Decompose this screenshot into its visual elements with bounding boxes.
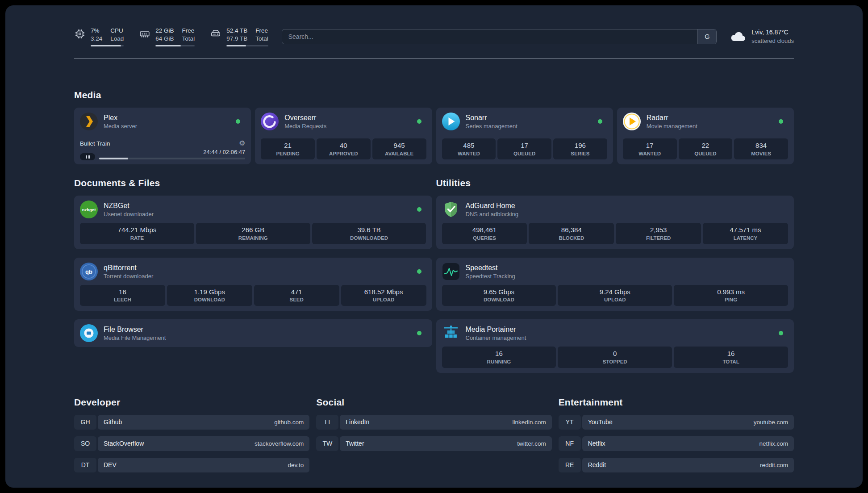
- cloud-icon: [730, 30, 746, 44]
- pause-button[interactable]: [80, 153, 95, 160]
- weather-condition: scattered clouds: [751, 37, 794, 45]
- service-card-qbittorrent[interactable]: qb qBittorrent Torrent downloader 16 LEE…: [74, 258, 432, 311]
- search-input[interactable]: [282, 29, 698, 44]
- section-documents: Documents & Files nzbget NZBGet U: [74, 178, 432, 347]
- stat-stopped: 0 STOPPED: [558, 347, 672, 368]
- stat-download: 1.19 Gbps DOWNLOAD: [167, 285, 252, 306]
- service-card-radarr[interactable]: Radarr Movie management 17 WANTED 22 QUE…: [617, 108, 794, 164]
- service-card-nzbget[interactable]: nzbget NZBGet Usenet downloader 744.21 M…: [74, 196, 432, 249]
- weather-widget: Lviv, 16.87°C scattered clouds: [730, 28, 794, 45]
- stat-value: 22: [680, 141, 731, 150]
- stat-queued: 17 QUEUED: [497, 138, 551, 159]
- service-name: Overseerr: [284, 113, 411, 122]
- stat-upload: 9.24 Gbps UPLOAD: [558, 285, 672, 306]
- stat-value: 618.52 Mbps: [342, 288, 425, 297]
- card-titles: AdGuard Home DNS and adblocking: [466, 201, 789, 218]
- adguard-icon: [442, 201, 460, 218]
- bookmark-body: LinkedIn linkedin.com: [340, 415, 551, 430]
- memory-stats: 22 GiB 64 GiB Free Total: [155, 27, 195, 46]
- bookmark-abbr: YT: [559, 415, 581, 430]
- service-card-plex[interactable]: Plex Media server Bullet Train ⚙ 24:44 /…: [74, 108, 251, 164]
- gear-icon[interactable]: ⚙: [239, 140, 245, 147]
- search-provider-button[interactable]: G: [697, 29, 716, 44]
- bookmark-rows: LI LinkedIn linkedin.com TW Twitter twit…: [316, 415, 551, 451]
- section-heading-media: Media: [74, 90, 794, 100]
- disk-icon: [210, 28, 221, 40]
- now-playing-title: Bullet Train: [80, 140, 110, 147]
- stat-label: UPLOAD: [559, 297, 671, 303]
- stat-label: BLOCKED: [530, 235, 613, 242]
- service-card-filebrowser[interactable]: File Browser Media File Management: [74, 319, 432, 347]
- bookmark-group-entertainment: Entertainment YT YouTube youtube.com NF …: [559, 397, 794, 479]
- stats-row: 744.21 Mbps RATE 266 GB REMAINING 39.6 T…: [80, 218, 426, 244]
- bookmark-stackoverflow[interactable]: SO StackOverflow stackoverflow.com: [74, 436, 309, 451]
- cpu-load-value: 3.24: [91, 35, 102, 43]
- service-card-overseerr[interactable]: Overseerr Media Requests 21 PENDING 40 A…: [255, 108, 432, 164]
- stat-label: PENDING: [262, 150, 313, 157]
- stat-ping: 0.993 ms PING: [674, 285, 788, 306]
- nzbget-icon: nzbget: [80, 201, 98, 218]
- stat-seed: 471 SEED: [254, 285, 339, 306]
- stat-filtered: 2,953 FILTERED: [616, 223, 701, 244]
- stat-queued: 22 QUEUED: [679, 138, 733, 159]
- stat-value: 834: [735, 141, 787, 150]
- card-titles: Speedtest Speedtest Tracking: [466, 263, 789, 280]
- card-titles: Overseerr Media Requests: [284, 113, 411, 130]
- bookmark-domain: linkedin.com: [513, 419, 546, 426]
- stat-blocked: 86,384 BLOCKED: [529, 223, 614, 244]
- stat-label: AVAILABLE: [374, 150, 425, 157]
- service-description: Media File Management: [104, 334, 411, 342]
- bookmark-github[interactable]: GH Github github.com: [74, 415, 309, 430]
- bookmark-abbr: SO: [74, 436, 96, 451]
- memory-total-value: 64 GiB: [155, 35, 174, 43]
- stat-leech: 16 LEECH: [80, 285, 165, 306]
- cpu-icon: [74, 28, 86, 40]
- service-description: Torrent downloader: [104, 272, 411, 280]
- stat-remaining: 266 GB REMAINING: [196, 223, 310, 244]
- documents-cards: nzbget NZBGet Usenet downloader 744.21 M…: [74, 196, 432, 347]
- search-bar: G: [282, 29, 717, 44]
- media-grid: Plex Media server Bullet Train ⚙ 24:44 /…: [74, 108, 794, 164]
- stat-available: 945 AVAILABLE: [372, 138, 426, 159]
- service-name: Radarr: [647, 113, 773, 122]
- card-titles: Sonarr Series management: [466, 113, 592, 130]
- status-dot: [417, 331, 421, 335]
- service-name: Speedtest: [466, 263, 789, 272]
- bookmark-group-developer: Developer GH Github github.com SO StackO…: [74, 397, 309, 479]
- service-card-speedtest[interactable]: Speedtest Speedtest Tracking 9.65 Gbps D…: [436, 258, 794, 311]
- stat-label: DOWNLOAD: [168, 297, 251, 303]
- bookmark-body: Netflix netflix.com: [582, 436, 794, 451]
- memory-total-label: Total: [182, 35, 195, 43]
- svg-text:nzbget: nzbget: [82, 207, 96, 212]
- qbittorrent-icon: qb: [80, 263, 98, 280]
- card-titles: NZBGet Usenet downloader: [104, 201, 411, 218]
- bookmark-dev[interactable]: DT DEV dev.to: [74, 458, 309, 472]
- service-name: Plex: [104, 113, 230, 122]
- playback-progress-track[interactable]: [99, 158, 245, 159]
- service-card-sonarr[interactable]: Sonarr Series management 485 WANTED 17 Q…: [436, 108, 613, 164]
- bookmark-domain: dev.to: [288, 462, 304, 468]
- svg-text:qb: qb: [85, 268, 92, 275]
- section-dual: Documents & Files nzbget NZBGet U: [74, 178, 794, 372]
- bookmark-twitter[interactable]: TW Twitter twitter.com: [316, 436, 551, 451]
- bookmark-youtube[interactable]: YT YouTube youtube.com: [559, 415, 794, 430]
- stat-value: 39.6 TB: [313, 226, 425, 234]
- bookmark-netflix[interactable]: NF Netflix netflix.com: [559, 436, 794, 451]
- disk-widget: 52.4 TB 97.9 TB Free Total: [210, 27, 268, 46]
- service-description: Speedtest Tracking: [466, 272, 789, 280]
- dashboard: 7% 3.24 CPU Load: [5, 5, 863, 488]
- stat-approved: 40 APPROVED: [317, 138, 371, 159]
- section-media: Media Plex Media server: [74, 90, 794, 164]
- service-card-adguard[interactable]: AdGuard Home DNS and adblocking 498,461 …: [436, 196, 794, 249]
- bookmark-linkedin[interactable]: LI LinkedIn linkedin.com: [316, 415, 551, 430]
- stats-row: 21 PENDING 40 APPROVED 945 AVAILABLE: [261, 134, 426, 159]
- status-dot: [236, 119, 240, 124]
- service-card-portainer[interactable]: Media Portainer Container management 16 …: [436, 319, 794, 372]
- disk-stats: 52.4 TB 97.9 TB Free Total: [226, 27, 268, 46]
- stats-row: 498,461 QUERIES 86,384 BLOCKED 2,953 FIL…: [442, 218, 789, 244]
- bookmark-body: Twitter twitter.com: [340, 436, 551, 451]
- status-dot: [417, 207, 421, 212]
- bookmark-abbr: DT: [74, 458, 96, 472]
- bookmark-reddit[interactable]: RE Reddit reddit.com: [559, 458, 794, 472]
- bookmark-body: Github github.com: [98, 415, 309, 430]
